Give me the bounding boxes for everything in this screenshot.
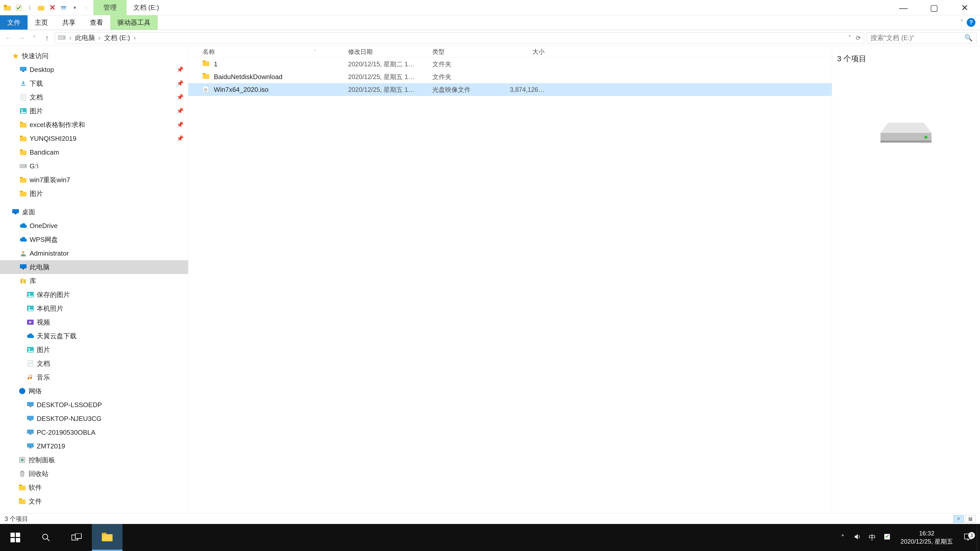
- nav-recent-icon[interactable]: ˅: [29, 35, 39, 41]
- file-row[interactable]: BaiduNetdiskDownload 2020/12/25, 星期五 1… …: [188, 70, 832, 83]
- ribbon-tab-view[interactable]: 查看: [83, 15, 110, 30]
- pictures-icon: [27, 291, 34, 299]
- action-centre-icon[interactable]: 3: [959, 533, 977, 542]
- svg-rect-22: [20, 151, 27, 155]
- crumb-drive-e[interactable]: 文档 (E:): [104, 33, 130, 42]
- tree-item[interactable]: 保存的图片: [0, 288, 188, 302]
- tree-label: 音乐: [37, 373, 50, 382]
- search-icon[interactable]: 🔍: [964, 34, 973, 42]
- crumb-this-pc[interactable]: 此电脑: [75, 33, 95, 42]
- tree-item[interactable]: 天翼云盘下载: [0, 329, 188, 343]
- view-details-icon[interactable]: ≡: [953, 515, 964, 523]
- svg-point-24: [25, 165, 26, 167]
- tree-quick-access[interactable]: 快速访问: [0, 49, 188, 63]
- tray-security-icon[interactable]: [880, 534, 894, 542]
- nav-tree[interactable]: 快速访问 Desktop📌 下载📌 文档📌 图片📌 excel表格制作求和📌 Y…: [0, 46, 188, 513]
- addr-dropdown-icon[interactable]: ˅: [848, 35, 851, 41]
- svg-point-58: [21, 459, 24, 461]
- col-size[interactable]: 大小: [501, 48, 552, 56]
- tree-item[interactable]: Desktop📌: [0, 63, 188, 76]
- nav-forward-icon[interactable]: →: [16, 34, 27, 42]
- tree-item[interactable]: 视频: [0, 315, 188, 329]
- svg-rect-32: [20, 264, 27, 268]
- minimise-button[interactable]: —: [888, 0, 919, 15]
- tree-item[interactable]: G:\: [0, 159, 188, 173]
- ribbon-tab-file[interactable]: 文件: [0, 15, 27, 30]
- tree-item[interactable]: 文档📌: [0, 90, 188, 104]
- tree-desktop-root[interactable]: 桌面: [0, 205, 188, 219]
- tree-item[interactable]: 文件: [0, 494, 188, 508]
- qat-rename-icon[interactable]: [59, 3, 68, 12]
- column-headers[interactable]: 名称 ˄ 修改日期 类型 大小: [188, 46, 832, 58]
- maximise-button[interactable]: ▢: [919, 0, 950, 15]
- ribbon-tab-drive-tools[interactable]: 驱动器工具: [110, 15, 158, 30]
- tree-item[interactable]: win7重装win7: [0, 173, 188, 187]
- tree-item[interactable]: Administrator: [0, 246, 188, 260]
- file-name: Win7x64_2020.iso: [214, 86, 269, 94]
- star-icon: [12, 52, 19, 60]
- tree-label: YUNQISHI2019: [30, 135, 76, 143]
- taskbar-search-icon[interactable]: [30, 524, 61, 551]
- tree-item[interactable]: 下载📌: [0, 76, 188, 90]
- desktop-icon: [12, 208, 19, 216]
- nav-up-icon[interactable]: ↑: [42, 34, 52, 42]
- close-button[interactable]: ✕: [950, 0, 980, 15]
- tree-item[interactable]: DESKTOP-LSSOEDP: [0, 398, 188, 412]
- qat-properties-icon[interactable]: [14, 3, 23, 12]
- ribbon-tab-share[interactable]: 共享: [55, 15, 83, 30]
- title-bar: | ✕ ▾ | 管理 文档 (E:) — ▢ ✕: [0, 0, 980, 15]
- taskbar-taskview-icon[interactable]: [61, 524, 92, 551]
- help-icon[interactable]: ?: [967, 18, 975, 27]
- ribbon-tab-home[interactable]: 主页: [27, 15, 55, 30]
- nav-back-icon[interactable]: ←: [3, 34, 14, 42]
- netpc-icon: [27, 401, 34, 409]
- tray-overflow-icon[interactable]: ˄: [835, 534, 850, 542]
- tree-item[interactable]: 本机照片: [0, 302, 188, 315]
- taskbar-file-explorer[interactable]: [92, 524, 123, 551]
- tree-item[interactable]: WPS网盘: [0, 233, 188, 246]
- start-button[interactable]: [0, 524, 30, 551]
- qat-new-folder-icon[interactable]: [37, 3, 45, 12]
- taskbar-clock[interactable]: 16:32 2020/12/25, 星期五: [894, 529, 959, 546]
- context-tab-manage[interactable]: 管理: [94, 0, 127, 15]
- address-bar[interactable]: › 此电脑 › 文档 (E:) › ˅ ⟳: [55, 32, 864, 44]
- tray-ime-icon[interactable]: 中: [865, 533, 880, 542]
- qat-divider: |: [25, 3, 34, 12]
- tree-item[interactable]: 音乐: [0, 370, 188, 384]
- search-box[interactable]: 搜索"文档 (E:)" 🔍: [867, 32, 977, 44]
- col-type[interactable]: 类型: [432, 48, 501, 56]
- show-desktop-button[interactable]: [977, 524, 980, 551]
- tree-item[interactable]: 图片📌: [0, 104, 188, 118]
- folder-icon: [18, 497, 26, 505]
- tree-item[interactable]: 文档: [0, 357, 188, 370]
- ribbon-expand-icon[interactable]: ˅: [960, 19, 963, 26]
- qat-delete-icon[interactable]: ✕: [48, 3, 57, 12]
- svg-rect-1: [4, 5, 7, 7]
- tree-item[interactable]: Bandicam: [0, 145, 188, 159]
- addr-refresh-icon[interactable]: ⟳: [856, 35, 861, 41]
- file-row[interactable]: Win7x64_2020.iso 2020/12/25, 星期五 1… 光盘映像…: [188, 83, 832, 96]
- tree-item[interactable]: PC-20190530OBLA: [0, 426, 188, 439]
- tree-item[interactable]: 软件: [0, 481, 188, 494]
- tree-label: 快速访问: [22, 52, 48, 60]
- tree-item[interactable]: YUNQISHI2019📌: [0, 132, 188, 145]
- tree-item[interactable]: DESKTOP-NJEU3CG: [0, 412, 188, 426]
- tree-item[interactable]: 控制面板: [0, 453, 188, 467]
- col-name[interactable]: 名称 ˄: [203, 48, 348, 56]
- tree-item[interactable]: 图片: [0, 343, 188, 357]
- tray-volume-icon[interactable]: [850, 533, 865, 542]
- file-pane: 名称 ˄ 修改日期 类型 大小 1 2020/12/15, 星期二 1… 文件夹: [188, 46, 980, 513]
- tree-item[interactable]: 图片: [0, 187, 188, 200]
- tree-item[interactable]: 回收站: [0, 467, 188, 481]
- col-date[interactable]: 修改日期: [348, 48, 432, 56]
- tree-label: 桌面: [22, 208, 35, 217]
- tree-item[interactable]: 库: [0, 274, 188, 288]
- file-row[interactable]: 1 2020/12/15, 星期二 1… 文件夹: [188, 58, 832, 70]
- tree-network-root[interactable]: 网络: [0, 384, 188, 398]
- tree-item[interactable]: 此电脑: [0, 260, 188, 274]
- view-large-icons-icon[interactable]: ▦: [965, 515, 975, 523]
- tree-item[interactable]: excel表格制作求和📌: [0, 118, 188, 132]
- qat-customise-chevron-icon[interactable]: ▾: [70, 3, 79, 12]
- tree-item[interactable]: OneDrive: [0, 219, 188, 233]
- tree-item[interactable]: ZMT2019: [0, 439, 188, 453]
